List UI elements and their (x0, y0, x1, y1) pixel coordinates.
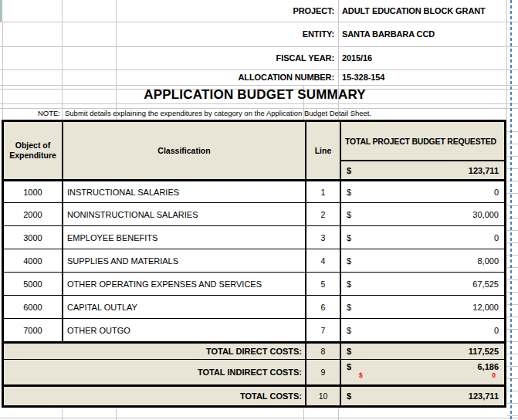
amount-value: 0 (494, 326, 499, 335)
amount-cell[interactable]: $ 12,000 (340, 296, 504, 318)
classification-cell[interactable]: NONINSTRUCTIONAL SALARIES (62, 203, 305, 225)
total-indirect-costs-amount-cell[interactable]: $ 6,186 $ 0 (340, 360, 504, 384)
amount-value: 117,525 (469, 347, 499, 356)
currency-symbol: $ (347, 347, 351, 356)
amount-value: 6,186 (477, 362, 499, 371)
object-code-cell[interactable]: 4000 (4, 249, 62, 272)
total-indirect-costs-row: TOTAL INDIRECT COSTS: 9 $ 6,186 $ 0 (4, 359, 504, 384)
line-number-cell: 3 (305, 226, 340, 249)
line-number-cell: 2 (305, 203, 340, 225)
field-row-allocation-number: ALLOCATION NUMBER: 15-328-154 (0, 69, 510, 85)
note-label: NOTE: (0, 109, 60, 117)
currency-symbol: $ (347, 256, 351, 266)
currency-symbol: $ (347, 391, 351, 401)
total-direct-costs-amount-cell[interactable]: $ 117,525 (340, 344, 504, 359)
currency-symbol: $ (347, 303, 351, 312)
amount-value: 0 (494, 188, 499, 197)
amount-value: 30,000 (472, 210, 499, 219)
currency-symbol: $ (347, 233, 351, 242)
object-header-line1: Object of (15, 141, 51, 151)
entity-value-cell[interactable]: SANTA BARBARA CCD (338, 29, 435, 39)
currency-symbol: $ (347, 188, 351, 197)
allocation-number-value-cell[interactable]: 15-328-154 (338, 73, 384, 82)
classification-cell[interactable]: SUPPLIES AND MATERIALS (62, 249, 305, 272)
field-row-project: PROJECT: ADULT EDUCATION BLOCK GRANT (0, 0, 510, 22)
line-number-cell: 4 (305, 249, 340, 272)
amount-cell[interactable]: $ 67,525 (340, 273, 504, 295)
currency-symbol: $ (347, 362, 351, 371)
object-header-line2: Expenditure (9, 151, 56, 161)
object-code-cell[interactable]: 7000 (4, 319, 62, 341)
currency-symbol: $ (347, 326, 351, 335)
table-row: 7000 OTHER OUTGO 7 $ 0 (4, 318, 504, 341)
currency-symbol: $ (347, 279, 351, 289)
budget-grand-total-amount: 123,711 (469, 166, 499, 175)
table-row: 5000 OTHER OPERATING EXPENSES AND SERVIC… (4, 272, 504, 295)
line-number-cell: 6 (305, 296, 340, 318)
fiscal-year-label: FISCAL YEAR: (0, 53, 338, 63)
line-number-cell: 8 (305, 344, 340, 359)
table-row: 3000 EMPLOYEE BENEFITS 3 $ 0 (4, 225, 504, 249)
project-value-cell[interactable]: ADULT EDUCATION BLOCK GRANT (338, 6, 486, 15)
currency-symbol: $ (347, 166, 351, 175)
object-code-cell[interactable]: 1000 (4, 181, 62, 202)
amount-value: 8,000 (477, 256, 499, 266)
note-text: Submit details explaining the expenditur… (65, 109, 371, 117)
line-number-cell: 5 (305, 273, 340, 295)
classification-header: Classification (62, 122, 305, 179)
table-header-row: Object of Expenditure Classification Lin… (4, 122, 504, 179)
table-row: 6000 CAPITAL OUTLAY 6 $ 12,000 (4, 295, 504, 318)
line-header: Line (305, 122, 340, 179)
allocation-number-label: ALLOCATION NUMBER: (0, 73, 338, 82)
amount-value: 12,000 (472, 303, 499, 312)
object-code-cell[interactable]: 5000 (4, 273, 62, 295)
red-check-value: 0 (492, 371, 496, 379)
field-row-fiscal-year: FISCAL YEAR: 2015/16 (0, 46, 510, 69)
amount-cell[interactable]: $ 8,000 (340, 249, 504, 272)
object-code-cell[interactable]: 3000 (4, 226, 62, 249)
classification-cell[interactable]: CAPITAL OUTLAY (62, 296, 305, 318)
budget-requested-header-label: TOTAL PROJECT BUDGET REQUESTED (341, 122, 504, 160)
classification-cell[interactable]: OTHER OPERATING EXPENSES AND SERVICES (62, 273, 305, 295)
line-number-cell: 10 (305, 387, 340, 405)
object-code-cell[interactable]: 6000 (4, 296, 62, 318)
total-direct-costs-row: TOTAL DIRECT COSTS: 8 $ 117,525 (4, 341, 504, 359)
page-title: APPLICATION BUDGET SUMMARY (144, 87, 366, 103)
amount-value: 123,711 (469, 391, 499, 401)
line-number-cell: 9 (305, 360, 340, 384)
table-row: 4000 SUPPLIES AND MATERIALS 4 $ 8,000 (4, 249, 504, 272)
note-row: NOTE: Submit details explaining the expe… (0, 107, 510, 119)
amount-cell[interactable]: $ 0 (340, 226, 504, 249)
project-label: PROJECT: (0, 6, 338, 15)
total-costs-amount-cell[interactable]: $ 123,711 (340, 387, 504, 405)
amount-cell[interactable]: $ 0 (340, 181, 504, 202)
fiscal-year-value-cell[interactable]: 2015/16 (338, 53, 372, 63)
gridline (62, 409, 63, 420)
total-costs-label: TOTAL COSTS: (4, 387, 305, 405)
total-indirect-costs-label: TOTAL INDIRECT COSTS: (4, 360, 305, 384)
amount-cell[interactable]: $ 0 (340, 319, 504, 341)
classification-cell[interactable]: EMPLOYEE BENEFITS (62, 226, 305, 249)
budget-summary-table: Object of Expenditure Classification Lin… (2, 120, 506, 408)
line-number-cell: 7 (305, 319, 340, 341)
gridline (338, 409, 339, 420)
spreadsheet-canvas: PROJECT: ADULT EDUCATION BLOCK GRANT ENT… (0, 0, 518, 420)
classification-cell[interactable]: INSTRUCTIONAL SALARIES (62, 181, 305, 202)
gridline (0, 418, 518, 418)
classification-cell[interactable]: OTHER OUTGO (62, 319, 305, 341)
indirect-check-subrow: $ 0 (341, 371, 504, 381)
currency-symbol: $ (347, 210, 351, 219)
gridline (303, 409, 304, 420)
gridline (116, 409, 117, 420)
field-row-entity: ENTITY: SANTA BARBARA CCD (0, 22, 510, 46)
budget-grand-total-cell[interactable]: $ 123,711 (341, 160, 504, 179)
object-code-cell[interactable]: 2000 (4, 203, 62, 225)
page-break-indicator (510, 0, 512, 420)
amount-cell[interactable]: $ 30,000 (340, 203, 504, 225)
total-direct-costs-label: TOTAL DIRECT COSTS: (4, 344, 305, 359)
line-number-cell: 1 (305, 181, 340, 202)
budget-requested-header: TOTAL PROJECT BUDGET REQUESTED $ 123,711 (340, 122, 504, 179)
total-costs-row: TOTAL COSTS: 10 $ 123,711 (4, 384, 504, 405)
amount-value: 67,525 (472, 279, 499, 289)
table-row: 1000 INSTRUCTIONAL SALARIES 1 $ 0 (4, 179, 504, 202)
